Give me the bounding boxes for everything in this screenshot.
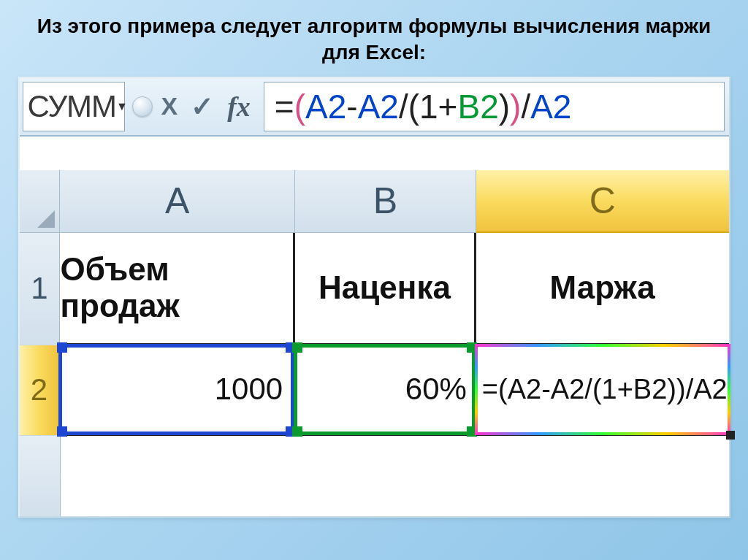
- cell-value: 1000: [215, 372, 283, 407]
- formula-token: ): [510, 87, 521, 126]
- cell-value: 60%: [405, 372, 467, 407]
- cell-A2[interactable]: 1000: [60, 345, 295, 436]
- cell-C2[interactable]: =(A2-A2/(1+B2))/A2: [476, 345, 729, 436]
- cell-B2[interactable]: 60%: [295, 345, 476, 436]
- row-2: 2 1000 60% =(A2-A2/(1+B2))/A2: [20, 345, 729, 436]
- formula-token: /: [521, 87, 530, 126]
- formula-token: -: [346, 87, 357, 126]
- row-empty: [20, 436, 729, 516]
- formula-token: A2: [305, 87, 346, 126]
- chevron-down-icon[interactable]: ▼: [116, 101, 128, 112]
- slide-title: Из этого примера следует алгоритм формул…: [18, 13, 730, 66]
- select-all-corner[interactable]: [20, 170, 61, 233]
- row-header-empty: [20, 436, 61, 516]
- formula-token: =: [275, 87, 294, 126]
- cell-A1[interactable]: Объем продаж: [60, 233, 295, 345]
- confirm-button[interactable]: ✓: [186, 91, 218, 123]
- formula-bar-buttons: X ✓ fx: [128, 82, 259, 131]
- row-header-2[interactable]: 2: [20, 345, 61, 436]
- formula-bar: СУММ ▼ X ✓ fx =(A2-A2/(1+B2))/A2: [20, 78, 729, 137]
- formula-token: A2: [358, 87, 399, 126]
- column-headers: A B C: [20, 170, 729, 233]
- cell-value: Наценка: [318, 269, 451, 306]
- formula-token: A2: [530, 87, 571, 126]
- formula-token: 1: [419, 87, 438, 126]
- excel-screenshot: СУММ ▼ X ✓ fx =(A2-A2/(1+B2))/A2 A B C 1…: [18, 77, 730, 518]
- formula-token: (: [294, 87, 305, 126]
- column-header-B[interactable]: B: [295, 170, 476, 233]
- formula-token: (: [408, 87, 419, 126]
- formula-token: ): [499, 87, 510, 126]
- fx-button[interactable]: fx: [223, 91, 255, 123]
- cell-value: =(A2-A2/(1+B2))/A2: [482, 374, 728, 405]
- cancel-button[interactable]: X: [157, 92, 183, 120]
- range-finder-icon[interactable]: [132, 96, 153, 117]
- formula-token: /: [399, 87, 408, 126]
- formula-input[interactable]: =(A2-A2/(1+B2))/A2: [264, 82, 725, 131]
- name-box-value: СУММ: [28, 89, 117, 124]
- formula-token: +: [438, 87, 458, 126]
- formula-token: B2: [457, 87, 498, 126]
- empty-cells[interactable]: [61, 436, 729, 516]
- name-box[interactable]: СУММ ▼: [23, 82, 125, 131]
- column-header-A[interactable]: A: [60, 170, 295, 233]
- row-1: 1 Объем продаж Наценка Маржа: [20, 233, 729, 345]
- column-header-C[interactable]: C: [476, 170, 729, 233]
- row-header-1[interactable]: 1: [20, 233, 61, 345]
- cell-C1[interactable]: Маржа: [476, 233, 729, 345]
- cell-value: Объем продаж: [60, 251, 293, 324]
- cell-B1[interactable]: Наценка: [295, 233, 476, 345]
- cell-value: Маржа: [550, 269, 655, 306]
